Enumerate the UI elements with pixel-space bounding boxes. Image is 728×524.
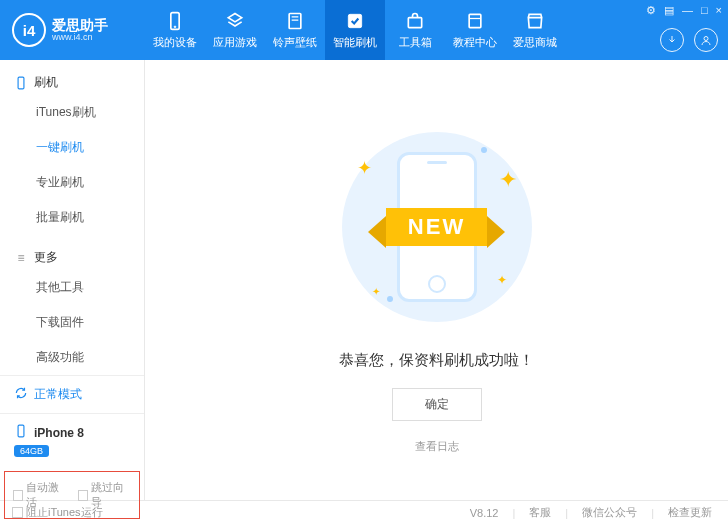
dot-icon: [387, 296, 393, 302]
music-icon: [284, 10, 306, 32]
nav-label: 智能刷机: [333, 35, 377, 50]
sidebar-item-download-fw[interactable]: 下载固件: [0, 305, 144, 340]
svg-rect-8: [18, 77, 24, 89]
device-status[interactable]: 正常模式: [0, 376, 144, 414]
nav-tutorials[interactable]: 教程中心: [445, 0, 505, 60]
block-itunes-checkbox[interactable]: 阻止iTunes运行: [12, 505, 103, 520]
wechat-link[interactable]: 微信公众号: [578, 505, 641, 520]
sidebar-item-other-tools[interactable]: 其他工具: [0, 270, 144, 305]
toolbox-icon: [404, 10, 426, 32]
close-button[interactable]: ×: [716, 4, 722, 17]
flash-icon: [344, 10, 366, 32]
main-nav: 我的设备 应用游戏 铃声壁纸 智能刷机 工具箱 教程中心 爱思商城: [145, 0, 565, 60]
storage-badge: 64GB: [14, 445, 49, 457]
star-icon: ✦: [497, 273, 507, 287]
ribbon-text: NEW: [386, 208, 487, 246]
confirm-button[interactable]: 确定: [392, 388, 482, 421]
user-icon[interactable]: [694, 28, 718, 52]
nav-label: 我的设备: [153, 35, 197, 50]
dot-icon: [481, 147, 487, 153]
nav-toolbox[interactable]: 工具箱: [385, 0, 445, 60]
sidebar-item-batch-flash[interactable]: 批量刷机: [0, 200, 144, 235]
logo-icon: i4: [12, 13, 46, 47]
section-title: 更多: [34, 249, 58, 266]
svg-rect-2: [289, 14, 301, 29]
nav-label: 工具箱: [399, 35, 432, 50]
menu-icon[interactable]: ▤: [664, 4, 674, 17]
sidebar-section-flash: 刷机: [0, 60, 144, 95]
settings-icon[interactable]: ⚙: [646, 4, 656, 17]
nav-label: 铃声壁纸: [273, 35, 317, 50]
nav-label: 应用游戏: [213, 35, 257, 50]
app-name: 爱思助手: [52, 18, 108, 32]
status-text: 正常模式: [34, 386, 82, 403]
app-logo: i4 爱思助手 www.i4.cn: [0, 13, 145, 47]
new-ribbon: NEW: [357, 203, 517, 251]
star-icon: ✦: [499, 167, 517, 193]
section-title: 刷机: [34, 74, 58, 91]
support-link[interactable]: 客服: [525, 505, 555, 520]
nav-apps[interactable]: 应用游戏: [205, 0, 265, 60]
svg-rect-5: [469, 14, 481, 27]
device-info[interactable]: iPhone 8 64GB: [0, 414, 144, 467]
app-url: www.i4.cn: [52, 32, 108, 42]
shop-icon: [524, 10, 546, 32]
app-header: i4 爱思助手 www.i4.cn 我的设备 应用游戏 铃声壁纸 智能刷机 工具…: [0, 0, 728, 60]
checkbox-label: 阻止iTunes运行: [26, 505, 103, 520]
version-text: V8.12: [466, 507, 503, 519]
sidebar-section-more: ≡ 更多: [0, 235, 144, 270]
nav-my-device[interactable]: 我的设备: [145, 0, 205, 60]
star-icon: ✦: [357, 157, 372, 179]
phone-icon: [14, 76, 28, 90]
success-message: 恭喜您，保资料刷机成功啦！: [339, 351, 534, 370]
svg-rect-4: [408, 18, 421, 28]
refresh-icon: [14, 386, 28, 403]
nav-label: 教程中心: [453, 35, 497, 50]
book-icon: [464, 10, 486, 32]
nav-shop[interactable]: 爱思商城: [505, 0, 565, 60]
view-log-link[interactable]: 查看日志: [415, 439, 459, 454]
sidebar-item-pro-flash[interactable]: 专业刷机: [0, 165, 144, 200]
main-content: ✦ ✦ ✦ ✦ NEW 恭喜您，保资料刷机成功啦！ 确定 查看日志: [145, 60, 728, 500]
star-icon: ✦: [372, 286, 380, 297]
download-icon[interactable]: [660, 28, 684, 52]
svg-rect-9: [18, 425, 24, 437]
minimize-button[interactable]: —: [682, 4, 693, 17]
svg-point-1: [174, 26, 176, 28]
nav-label: 爱思商城: [513, 35, 557, 50]
device-name: iPhone 8: [34, 426, 84, 440]
sidebar-item-advanced[interactable]: 高级功能: [0, 340, 144, 375]
apps-icon: [224, 10, 246, 32]
list-icon: ≡: [14, 251, 28, 265]
maximize-button[interactable]: □: [701, 4, 708, 17]
svg-point-7: [704, 37, 708, 41]
sidebar-item-oneclick-flash[interactable]: 一键刷机: [0, 130, 144, 165]
device-icon: [14, 424, 28, 441]
update-link[interactable]: 检查更新: [664, 505, 716, 520]
nav-flash[interactable]: 智能刷机: [325, 0, 385, 60]
window-controls: ⚙ ▤ — □ ×: [646, 4, 722, 17]
sidebar: 刷机 iTunes刷机 一键刷机 专业刷机 批量刷机 ≡ 更多 其他工具 下载固…: [0, 60, 145, 500]
success-illustration: ✦ ✦ ✦ ✦ NEW: [337, 127, 537, 327]
phone-icon: [164, 10, 186, 32]
nav-ringtones[interactable]: 铃声壁纸: [265, 0, 325, 60]
sidebar-item-itunes-flash[interactable]: iTunes刷机: [0, 95, 144, 130]
